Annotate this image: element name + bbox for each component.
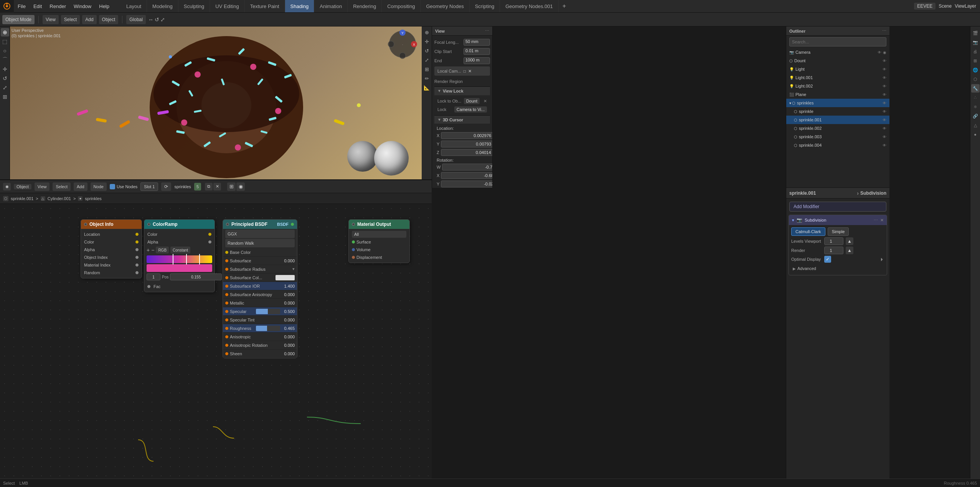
- material-unlink-btn[interactable]: ✕: [213, 183, 221, 190]
- outliner-item-camera[interactable]: 📷 Camera 👁 ◉: [786, 48, 889, 56]
- tab-texture-paint[interactable]: Texture Paint: [245, 0, 285, 12]
- render-increment[interactable]: ▲: [846, 247, 853, 254]
- tab-uv-editing[interactable]: UV Editing: [210, 0, 244, 12]
- plane-visibility-icon[interactable]: 👁: [883, 93, 886, 97]
- fac-socket-in[interactable]: [147, 285, 150, 288]
- props-tab-object[interactable]: ⬡: [971, 75, 980, 83]
- tool-move[interactable]: ✛: [422, 37, 431, 46]
- menu-render[interactable]: Render: [46, 0, 70, 12]
- mat-output-collapse-btn[interactable]: [352, 223, 355, 226]
- outliner-item-light[interactable]: 💡 Light 👁: [786, 65, 889, 73]
- camera-render-icon[interactable]: ◉: [883, 50, 886, 55]
- tab-sculpting[interactable]: Sculpting: [178, 0, 210, 12]
- tool-rotate[interactable]: ↺: [422, 46, 431, 55]
- use-nodes-checkbox[interactable]: [110, 184, 115, 189]
- color-ramp-gradient[interactable]: [147, 255, 212, 263]
- outliner-item-sprinkle003[interactable]: ⬡ sprinkle.003 👁: [786, 133, 889, 141]
- rotate-icon[interactable]: ↺: [155, 17, 159, 23]
- local-cam-close[interactable]: ✕: [468, 69, 472, 74]
- tool-scale[interactable]: ⤢: [422, 56, 431, 64]
- subdivision-options-icon[interactable]: ⋯: [874, 218, 878, 223]
- slot-selector[interactable]: Slot 1: [140, 182, 158, 191]
- props-tab-particles[interactable]: ∴: [971, 93, 980, 102]
- sprinkle001-visibility-icon[interactable]: 👁: [883, 118, 886, 122]
- tab-geometry-nodes[interactable]: Geometry Nodes: [421, 0, 469, 12]
- levels-viewport-increment[interactable]: ▲: [846, 237, 853, 245]
- color-ramp-collapse-btn[interactable]: [147, 223, 150, 226]
- tab-rendering[interactable]: Rendering: [348, 0, 382, 12]
- object-index-socket-out[interactable]: [135, 256, 139, 259]
- cursor-z-input[interactable]: [441, 149, 493, 156]
- color-stop-index-input[interactable]: [147, 273, 160, 280]
- bsdf-output-socket[interactable]: [291, 223, 294, 226]
- catmull-clark-button[interactable]: Catmull-Clark: [791, 227, 825, 236]
- menu-help[interactable]: Help: [95, 0, 113, 12]
- light-visibility-icon[interactable]: 👁: [883, 67, 886, 71]
- lock-to-obj-close[interactable]: ✕: [483, 99, 487, 104]
- menu-window[interactable]: Window: [70, 0, 95, 12]
- mat-output-type-selector[interactable]: All: [352, 231, 406, 238]
- object-info-collapse-btn[interactable]: [84, 223, 87, 226]
- metallic-socket-in[interactable]: [225, 301, 228, 305]
- view-layer-selector[interactable]: ViewLayer: [955, 3, 976, 9]
- add-stop-btn[interactable]: +: [147, 247, 150, 253]
- color-stop-pos-input[interactable]: [170, 273, 222, 280]
- alpha-socket-out[interactable]: [135, 248, 139, 251]
- node-grid-toggle[interactable]: ⊞: [227, 182, 236, 191]
- bsdf-distribution-selector[interactable]: GGX: [225, 230, 295, 238]
- sprinkle004-visibility-icon[interactable]: 👁: [883, 143, 886, 147]
- cursor-ry-input[interactable]: [441, 181, 493, 187]
- node-overlay-toggle[interactable]: ◉: [236, 182, 245, 191]
- bsdf-subsurface-method-selector[interactable]: Random Walk: [225, 239, 295, 247]
- subsurface-color-swatch[interactable]: [276, 275, 295, 280]
- material-sync-btn[interactable]: ⟳: [161, 182, 171, 191]
- outliner-item-light002[interactable]: 💡 Light.002 👁: [786, 82, 889, 90]
- outliner-item-light001[interactable]: 💡 Light.001 👁: [786, 73, 889, 82]
- optimal-display-expand[interactable]: ⏵: [880, 257, 884, 262]
- tool-transform[interactable]: ⊞: [422, 65, 431, 73]
- material-duplicate-btn[interactable]: ⧉: [205, 183, 213, 190]
- light001-visibility-icon[interactable]: 👁: [883, 76, 886, 80]
- sprinkles-visibility-icon[interactable]: 👁: [883, 101, 886, 105]
- props-tab-material[interactable]: ●: [971, 130, 980, 139]
- breadcrumb-material[interactable]: sprinkles: [85, 196, 101, 201]
- outliner-item-sprinkle002[interactable]: ⬡ sprinkle.002 👁: [786, 124, 889, 133]
- object-type-selector[interactable]: Object: [14, 184, 31, 189]
- clip-start-value[interactable]: 0.01 m: [464, 48, 490, 55]
- lock-camera-value[interactable]: Camera to Vi...: [454, 106, 487, 113]
- cr-alpha-socket-out[interactable]: [208, 240, 211, 244]
- tab-geometry-nodes-001[interactable]: Geometry Nodes.001: [500, 0, 559, 12]
- clip-end-value[interactable]: 1000 m: [464, 57, 490, 64]
- translate-icon[interactable]: ↔: [148, 17, 153, 23]
- tool-rotate-icon[interactable]: ↺: [1, 74, 9, 83]
- tool-measure[interactable]: 📐: [422, 83, 431, 92]
- props-tab-output[interactable]: 🖨: [971, 47, 980, 56]
- view-lock-header[interactable]: ▼ View Lock: [434, 86, 490, 95]
- sheen-socket-in[interactable]: [225, 352, 228, 355]
- navigation-gizmo[interactable]: Y X ·: [387, 29, 418, 60]
- add-menu[interactable]: Add: [82, 15, 96, 24]
- tab-compositing[interactable]: Compositing: [382, 0, 421, 12]
- color-stop-1[interactable]: [173, 254, 173, 265]
- dount-visibility-icon[interactable]: 👁: [883, 59, 886, 63]
- tool-grab-icon[interactable]: ✛: [1, 65, 9, 73]
- tab-scripting[interactable]: Scripting: [470, 0, 500, 12]
- volume-socket-in[interactable]: [352, 248, 355, 251]
- tool-lasso-select-icon[interactable]: ⌒: [1, 56, 9, 64]
- cr-color-socket-out[interactable]: [208, 233, 211, 236]
- interpolation-selector[interactable]: Constant: [170, 247, 190, 253]
- specular-tint-socket-in[interactable]: [225, 318, 228, 321]
- select-menu[interactable]: Select: [61, 15, 80, 24]
- subsurface-socket-in[interactable]: [225, 259, 228, 262]
- props-tab-world[interactable]: 🌐: [971, 66, 980, 74]
- tab-shading[interactable]: Shading: [285, 0, 315, 12]
- sprinkles-expand-icon[interactable]: ▾: [789, 101, 791, 105]
- transform-space[interactable]: Global: [126, 15, 146, 24]
- subsurface-color-socket-in[interactable]: [225, 276, 228, 279]
- outliner-item-dount[interactable]: ⬡ Dount 👁: [786, 56, 889, 65]
- render-input[interactable]: [824, 247, 843, 254]
- rgb-mode-selector[interactable]: RGB: [156, 247, 169, 253]
- sprinkle002-visibility-icon[interactable]: 👁: [883, 126, 886, 131]
- add-modifier-button[interactable]: Add Modifier: [789, 202, 886, 212]
- tool-cursor-icon[interactable]: ⊕: [1, 28, 9, 36]
